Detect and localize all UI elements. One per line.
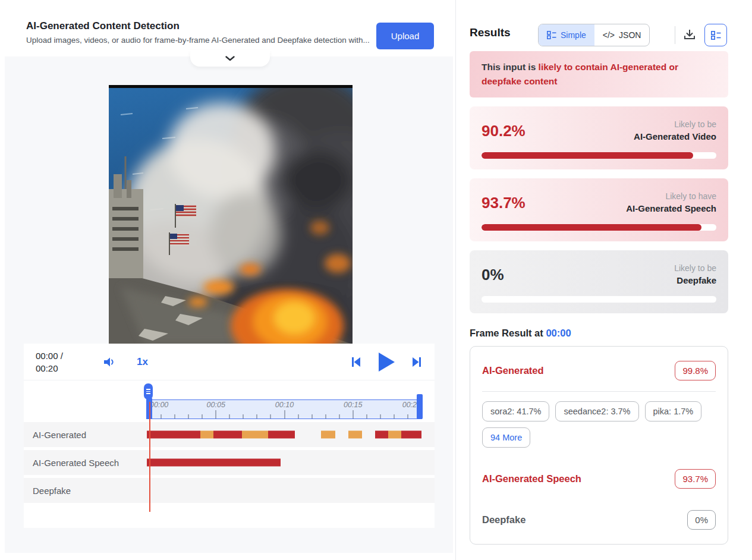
frame-result-heading: Frame Result at 00:00 [470,328,728,339]
ruler-tick [312,414,312,419]
ruler-tick [216,410,216,419]
playhead-line[interactable] [149,402,150,512]
page-subtitle: Upload images, videos, or audio for fram… [26,36,370,45]
upload-button[interactable]: Upload [376,23,434,49]
skip-forward-button[interactable] [411,356,423,368]
frame-deepfake-label: Deepfake [482,514,526,526]
download-button[interactable] [684,29,696,40]
skip-back-button[interactable] [350,356,362,368]
score-card-speech: 93.7% Likely to have AI-Generated Speech [470,178,728,241]
track-row: AI-Generated Speech [24,450,435,475]
detection-segment-medium[interactable] [388,431,401,439]
ruler-tick [380,414,380,419]
track-label: AI-Generated Speech [33,458,119,468]
ruler-tick [284,410,285,419]
speaker-icon [103,356,117,368]
playback-speed-button[interactable]: 1x [137,356,148,368]
panel-layout-button[interactable] [704,24,727,46]
ruler-tick [270,414,271,419]
model-chip[interactable]: pika: 1.7% [645,401,702,421]
score-label: AI-Generated Speech [626,202,716,215]
time-elapsed: 00:00 / [36,350,73,362]
ruler-tick [366,414,367,419]
left-header: AI-Generated Content Detection Upload im… [0,0,453,56]
track-label: Deepfake [33,486,71,496]
list-layout-icon [547,31,556,39]
ruler-tick [353,410,353,419]
ruler-tick [243,414,244,419]
track-row: AI-Generated [24,422,435,447]
collapse-header-button[interactable] [190,50,270,67]
download-icon [684,29,696,40]
results-title: Results [470,26,511,39]
detection-segment-high[interactable] [213,431,241,439]
detection-segment-medium[interactable] [348,431,362,439]
video-frame-art [109,85,353,344]
ruler-tick [339,414,339,419]
track-segments [147,459,422,467]
frame-result-time[interactable]: 00:00 [546,328,571,338]
ruler-ticks [147,400,421,419]
time-duration: 00:20 [36,362,73,375]
view-toggle: Simple </> JSON [538,24,650,46]
model-chip-list: sora2: 41.7%seedance2: 3.7%pika: 1.7% [482,401,716,421]
trim-end-handle[interactable] [417,394,423,419]
skip-back-icon [350,356,362,368]
detection-segment-medium[interactable] [242,431,268,439]
score-label: Deepfake [674,274,716,287]
divider [482,391,716,392]
detection-segment-medium[interactable] [200,431,213,439]
results-header: Results Simple </> JSON [470,0,728,51]
tab-simple[interactable]: Simple [539,24,594,46]
score-qualifier: Likely to be [634,118,716,130]
ruler-tick [298,414,298,419]
ruler-tick [175,414,175,419]
chevron-down-icon [225,56,235,61]
results-panel: Results Simple </> JSON [470,0,728,560]
track-segments [147,431,422,439]
ruler-tick [161,414,162,419]
model-chip[interactable]: sora2: 41.7% [482,401,549,421]
frame-result-prefix: Frame Result at [470,328,546,338]
progress-fill [482,152,693,159]
tab-json[interactable]: </> JSON [594,24,650,46]
progress-track [482,224,716,231]
track-segments [147,487,422,495]
score-label: AI-Generated Video [634,130,716,143]
ruler-tick [202,414,203,419]
frame-deepfake-score: 0% [687,510,716,530]
frame-result-card: AI-Generated 99.8% sora2: 41.7%seedance2… [470,346,728,545]
ruler-tick [394,414,394,419]
score-value: 90.2% [482,122,526,140]
ruler-tick [257,414,257,419]
header-divider [675,26,675,44]
tab-json-label: JSON [619,30,641,40]
ruler-tick [229,414,230,419]
play-button[interactable] [377,352,395,372]
detection-segment-high[interactable] [147,431,200,439]
more-models-button[interactable]: 94 More [482,427,530,448]
panel-divider [455,0,456,560]
ruler-tick [188,414,189,419]
score-card-deepfake: 0% Likely to be Deepfake [470,250,728,313]
frame-speech-label: AI-Generated Speech [482,473,581,485]
progress-track [482,296,716,303]
page-title: AI-Generated Content Detection [26,20,180,32]
timeline-ruler: 00:00 00:05 00:10 00:15 00:20 [24,380,435,422]
verdict-banner: This input is likely to contain AI-gener… [470,51,728,97]
player-controls: 00:00 / 00:20 1x [24,344,435,380]
model-chip[interactable]: seedance2: 3.7% [555,401,638,421]
detection-segment-high[interactable] [147,459,281,467]
detection-segment-high[interactable] [401,431,421,439]
detection-segment-high[interactable] [268,431,295,439]
track-row: Deepfake [24,478,435,503]
video-preview[interactable] [109,85,353,344]
volume-button[interactable] [103,356,117,368]
scrubber-handle[interactable] [144,383,153,399]
time-display: 00:00 / 00:20 [36,350,73,375]
ruler-tick [325,414,326,419]
detection-segment-medium[interactable] [321,431,335,439]
detection-segment-high[interactable] [375,431,388,439]
timeline-band[interactable]: 00:00 00:05 00:10 00:15 00:20 [147,399,422,419]
skip-forward-icon [411,356,423,368]
